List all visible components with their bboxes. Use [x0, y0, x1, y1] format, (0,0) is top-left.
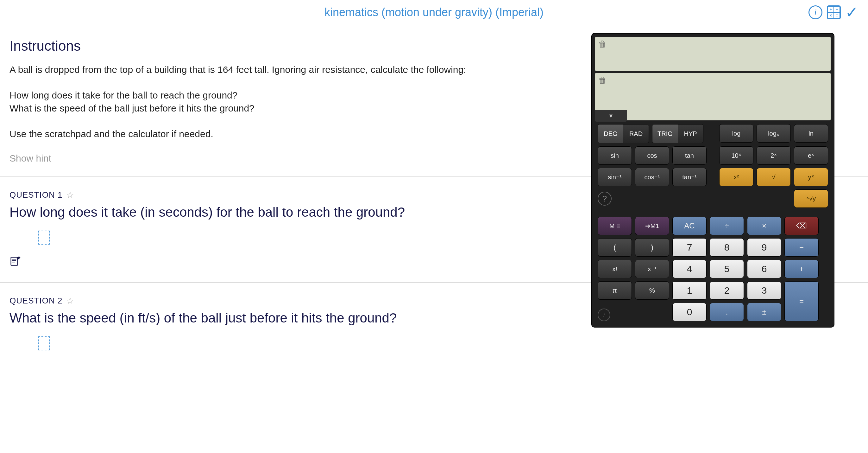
trig-button[interactable]: TRIG [652, 124, 678, 143]
equals-button[interactable]: = [784, 281, 818, 321]
num-6-button[interactable]: 6 [747, 260, 781, 278]
num-7-button[interactable]: 7 [672, 238, 707, 257]
calculator-panel: 🗑 🗑 DEG RAD TRIG HYP log logₓ ln sin cos… [592, 34, 834, 327]
logx-button[interactable]: logₓ [756, 124, 791, 143]
trash-icon[interactable]: 🗑 [598, 76, 607, 85]
cos-button[interactable]: cos [635, 146, 669, 165]
e-power-button[interactable]: eˣ [794, 146, 828, 165]
divide-button[interactable]: ÷ [710, 217, 744, 235]
backspace-button[interactable]: ⌫ [784, 217, 818, 235]
ln-button[interactable]: ln [794, 124, 828, 143]
star-icon[interactable]: ☆ [66, 295, 74, 306]
help-icon[interactable]: ? [598, 192, 612, 206]
star-icon[interactable]: ☆ [66, 190, 74, 200]
multiply-button[interactable]: × [747, 217, 781, 235]
log-button[interactable]: log [719, 124, 753, 143]
display-expand-icon[interactable] [595, 110, 627, 122]
x-root-y-button[interactable]: ˣ√y [794, 190, 828, 208]
info-icon[interactable]: i [808, 5, 823, 19]
y-power-x-button[interactable]: yˣ [794, 168, 828, 186]
reciprocal-button[interactable]: x⁻¹ [635, 260, 669, 278]
deg-button[interactable]: DEG [598, 124, 623, 143]
acos-button[interactable]: cos⁻¹ [635, 168, 669, 186]
asin-button[interactable]: sin⁻¹ [598, 168, 632, 186]
sin-button[interactable]: sin [598, 146, 632, 165]
num-3-button[interactable]: 3 [747, 281, 781, 300]
instructions-body: A ball is dropped from the top of a buil… [9, 63, 627, 140]
decimal-button[interactable]: . [710, 303, 744, 321]
ten-power-button[interactable]: 10ˣ [719, 146, 753, 165]
question-1-label: QUESTION 1 [9, 190, 62, 200]
rad-button[interactable]: RAD [623, 124, 649, 143]
memory-list-button[interactable]: M ≡ [598, 217, 632, 235]
num-2-button[interactable]: 2 [710, 281, 744, 300]
page-title: kinematics (motion under gravity) (Imper… [324, 6, 544, 19]
x-squared-button[interactable]: x² [719, 168, 753, 186]
minus-button[interactable]: − [784, 238, 818, 257]
two-power-button[interactable]: 2ˣ [756, 146, 791, 165]
num-0-button[interactable]: 0 [672, 303, 707, 321]
answer-input-1[interactable] [38, 231, 50, 245]
calc-display-main[interactable]: 🗑 [595, 73, 831, 120]
factorial-button[interactable]: x! [598, 260, 632, 278]
num-8-button[interactable]: 8 [710, 238, 744, 257]
calc-info-icon[interactable]: i [598, 309, 610, 321]
hyp-button[interactable]: HYP [678, 124, 703, 143]
num-9-button[interactable]: 9 [747, 238, 781, 257]
num-5-button[interactable]: 5 [710, 260, 744, 278]
plus-minus-button[interactable]: ± [747, 303, 781, 321]
ac-button[interactable]: AC [672, 217, 707, 235]
tan-button[interactable]: tan [672, 146, 707, 165]
memory-store-button[interactable]: ➔M1 [635, 217, 669, 235]
pi-button[interactable]: π [598, 281, 632, 300]
svg-rect-0 [11, 257, 18, 265]
num-1-button[interactable]: 1 [672, 281, 707, 300]
question-2-label: QUESTION 2 [9, 296, 62, 306]
trash-icon[interactable]: 🗑 [598, 39, 607, 49]
sqrt-button[interactable]: √ [756, 168, 791, 186]
percent-button[interactable]: % [635, 281, 669, 300]
calculator-toggle-icon[interactable]: +−×= [827, 5, 841, 19]
atan-button[interactable]: tan⁻¹ [672, 168, 707, 186]
right-paren-button[interactable]: ) [635, 238, 669, 257]
calc-display-history: 🗑 [595, 37, 831, 71]
num-4-button[interactable]: 4 [672, 260, 707, 278]
submit-check-icon[interactable]: ✓ [845, 4, 859, 20]
left-paren-button[interactable]: ( [598, 238, 632, 257]
answer-input-2[interactable] [38, 336, 50, 350]
plus-button[interactable]: + [784, 260, 818, 278]
